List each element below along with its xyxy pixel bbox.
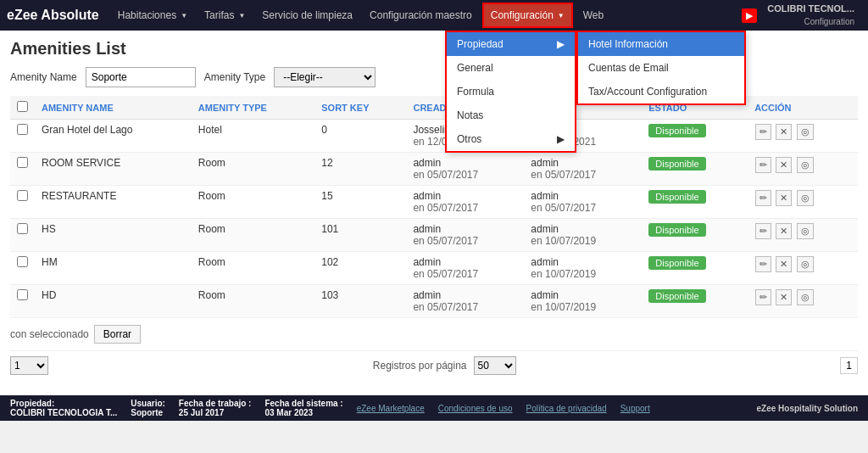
row-amenity-name-4: HM (35, 252, 192, 285)
row-updated-2: adminen 05/07/2017 (524, 186, 642, 219)
row-sort-key-1: 12 (314, 153, 406, 186)
delete-btn-4[interactable]: ✕ (776, 256, 792, 272)
row-check-5[interactable] (10, 285, 35, 318)
row-sort-key-0: 0 (314, 120, 406, 153)
nav-habitaciones[interactable]: Habitaciones▼ (111, 4, 194, 26)
view-btn-3[interactable]: ◎ (797, 223, 814, 239)
select-all-checkbox[interactable] (17, 101, 28, 112)
row-updated-4: adminen 10/07/2019 (524, 252, 642, 285)
page-title: Amenities List (10, 39, 858, 59)
col-sort-key: SORT KEY (314, 96, 406, 120)
amenity-name-input[interactable] (86, 67, 196, 87)
footer-fecha-trabajo: Fecha de trabajo : 25 Jul 2017 (179, 399, 252, 417)
row-updated-1: adminen 05/07/2017 (524, 153, 642, 186)
current-page-num[interactable]: 1 (840, 357, 858, 374)
bottom-action-row: con seleccionado Borrar (10, 325, 858, 344)
col-check (10, 96, 35, 120)
nav-web[interactable]: Web (576, 4, 610, 26)
nav-servicio-limpieza[interactable]: Servicio de limpieza (255, 4, 359, 26)
row-amenity-name-5: HD (35, 285, 192, 318)
user-info: COLIBRI TECNOL... Configuration (760, 3, 861, 27)
row-amenity-name-3: HS (35, 219, 192, 252)
edit-btn-3[interactable]: ✏ (755, 223, 771, 239)
pagination-row: 1 Registros por página 50 25 100 1 (10, 350, 858, 375)
delete-btn-2[interactable]: ✕ (776, 190, 792, 206)
delete-btn-5[interactable]: ✕ (776, 289, 792, 305)
nav-configuracion[interactable]: Configuración▼ (482, 3, 573, 28)
row-updated-0: Josselinen 12/02/2021 (524, 120, 642, 153)
row-sort-key-4: 102 (314, 252, 406, 285)
view-btn-1[interactable]: ◎ (797, 157, 814, 173)
amenities-table: AMENITY NAME AMENITY TYPE SORT KEY CREAD… (10, 96, 858, 318)
filter-row: Amenity Name Amenity Type --Elegir-- Hot… (10, 67, 858, 87)
row-created-3: adminen 05/07/2017 (406, 219, 524, 252)
col-estado: ESTADO (642, 96, 748, 120)
row-estado-0: Disponible (642, 120, 748, 153)
view-btn-5[interactable]: ◎ (797, 289, 814, 305)
amenity-type-label: Amenity Type (204, 71, 265, 83)
row-updated-3: adminen 10/07/2019 (524, 219, 642, 252)
main-content: Amenities List Amenity Name Amenity Type… (0, 31, 868, 395)
row-check-1[interactable] (10, 153, 35, 186)
row-actions-3: ✏ ✕ ◎ (748, 219, 858, 252)
nav-configuracion-maestro[interactable]: Configuración maestro (363, 4, 479, 26)
row-created-0: Josselinen 12/02/2021 (406, 120, 524, 153)
row-sort-key-5: 103 (314, 285, 406, 318)
row-check-3[interactable] (10, 219, 35, 252)
edit-btn-1[interactable]: ✏ (755, 157, 771, 173)
view-btn-2[interactable]: ◎ (797, 190, 814, 206)
row-amenity-type-0: Hotel (192, 120, 314, 153)
row-created-1: adminen 05/07/2017 (406, 153, 524, 186)
youtube-icon[interactable]: ▶ (742, 8, 757, 23)
row-amenity-type-3: Room (192, 219, 314, 252)
row-updated-5: adminen 10/07/2019 (524, 285, 642, 318)
row-estado-4: Disponible (642, 252, 748, 285)
col-accion: ACCIÓN (748, 96, 858, 120)
col-modified (524, 96, 642, 120)
borrar-button[interactable]: Borrar (94, 325, 141, 344)
view-btn-4[interactable]: ◎ (797, 256, 814, 272)
page-select[interactable]: 1 (10, 356, 48, 375)
row-amenity-type-4: Room (192, 252, 314, 285)
amenity-name-label: Amenity Name (10, 71, 77, 83)
delete-btn-0[interactable]: ✕ (776, 124, 792, 140)
row-created-2: adminen 05/07/2017 (406, 186, 524, 219)
table-row: HD Room 103 adminen 05/07/2017 adminen 1… (10, 285, 858, 318)
delete-btn-3[interactable]: ✕ (776, 223, 792, 239)
footer-propiedad: Propiedad: COLIBRI TECNOLOGIA T... (10, 399, 117, 417)
edit-btn-4[interactable]: ✏ (755, 256, 771, 272)
footer-marketplace[interactable]: eZee Marketplace (357, 404, 425, 413)
footer-fecha-sistema: Fecha del sistema : 03 Mar 2023 (264, 399, 342, 417)
row-actions-2: ✏ ✕ ◎ (748, 186, 858, 219)
footer-privacidad[interactable]: Política de privacidad (526, 404, 607, 413)
table-row: Gran Hotel del Lago Hotel 0 Josselinen 1… (10, 120, 858, 153)
row-amenity-type-5: Room (192, 285, 314, 318)
top-navigation: eZee Absolute Habitaciones▼ Tarifas▼ Ser… (0, 0, 868, 31)
delete-btn-1[interactable]: ✕ (776, 157, 792, 173)
table-row: RESTAURANTE Room 15 adminen 05/07/2017 a… (10, 186, 858, 219)
footer-support[interactable]: Support (620, 404, 650, 413)
view-btn-0[interactable]: ◎ (797, 124, 814, 140)
row-actions-5: ✏ ✕ ◎ (748, 285, 858, 318)
row-estado-1: Disponible (642, 153, 748, 186)
row-estado-5: Disponible (642, 285, 748, 318)
reg-per-page-label: Registros por página (373, 360, 467, 372)
footer-condiciones[interactable]: Condiciones de uso (438, 404, 513, 413)
edit-btn-5[interactable]: ✏ (755, 289, 771, 305)
row-estado-2: Disponible (642, 186, 748, 219)
edit-btn-2[interactable]: ✏ (755, 190, 771, 206)
amenity-type-select[interactable]: --Elegir-- Hotel Room (274, 67, 376, 87)
row-created-4: adminen 05/07/2017 (406, 252, 524, 285)
row-check-2[interactable] (10, 186, 35, 219)
row-actions-1: ✏ ✕ ◎ (748, 153, 858, 186)
nav-tarifas[interactable]: Tarifas▼ (198, 4, 252, 26)
row-check-0[interactable] (10, 120, 35, 153)
table-row: HM Room 102 adminen 05/07/2017 adminen 1… (10, 252, 858, 285)
col-amenity-name: AMENITY NAME (35, 96, 192, 120)
row-check-4[interactable] (10, 252, 35, 285)
per-page-select[interactable]: 50 25 100 (474, 356, 516, 375)
con-seleccionado-label: con seleccionado (10, 328, 89, 340)
row-actions-4: ✏ ✕ ◎ (748, 252, 858, 285)
edit-btn-0[interactable]: ✏ (755, 124, 771, 140)
row-amenity-name-2: RESTAURANTE (35, 186, 192, 219)
